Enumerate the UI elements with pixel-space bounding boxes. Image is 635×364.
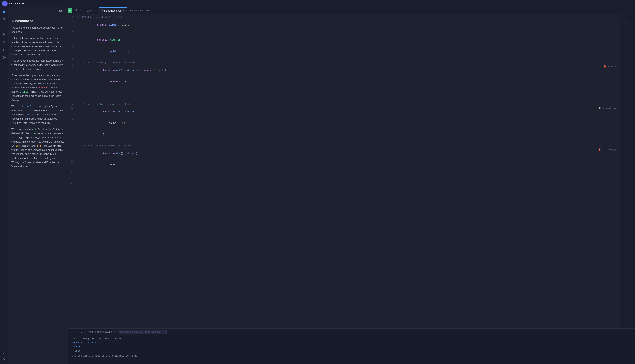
sidebar-item-verify[interactable] bbox=[1, 54, 8, 61]
zoom-in-icon[interactable] bbox=[79, 8, 83, 12]
code-line-5: 5 uint public count; bbox=[68, 46, 620, 57]
zoom-out-icon[interactable] bbox=[74, 8, 78, 12]
code-line-8: 8 function get() public view returns (ui… bbox=[68, 65, 620, 76]
console-search-input[interactable] bbox=[118, 330, 167, 334]
code-public: public bbox=[25, 105, 35, 108]
svg-marker-7 bbox=[3, 41, 6, 43]
code-contract: contract bbox=[38, 86, 51, 90]
tab-introduction-label: introduction.sol bbox=[104, 9, 120, 12]
code-line-7: 7 // Function to get the current count bbox=[68, 61, 620, 65]
tab-introduction[interactable]: introduction.sol ✕ bbox=[99, 7, 127, 14]
console-collapse-button[interactable]: ⬇ bbox=[70, 330, 74, 334]
lesson-para-6: We then create a get function (line 8) t… bbox=[11, 127, 65, 168]
sidebar-bottom bbox=[1, 349, 8, 362]
code-line-21: 21 } bbox=[68, 182, 620, 186]
listen-transactions-checkbox[interactable] bbox=[84, 331, 86, 333]
next-page-icon[interactable]: › bbox=[64, 10, 66, 13]
ethers-link[interactable]: ethers.js bbox=[73, 346, 86, 348]
svg-point-15 bbox=[114, 331, 116, 332]
code-get: get bbox=[31, 128, 37, 131]
code-line-13: 13 function inc() public { ⛽ infinite ga… bbox=[68, 106, 620, 118]
sidebar-item-git[interactable] bbox=[1, 31, 8, 38]
svg-point-4 bbox=[3, 34, 4, 34]
editor-with-minimap: 1 // SPDX-License-Identifier: MIT 2 prag… bbox=[68, 14, 635, 328]
console-timer-button[interactable]: ⏱ bbox=[76, 330, 80, 334]
editor-area: 1 // SPDX-License-Identifier: MIT 2 prag… bbox=[68, 14, 635, 364]
svg-point-1 bbox=[4, 4, 5, 4]
listen-transactions-label[interactable]: listen on all transactions bbox=[84, 330, 112, 333]
sidebar-item-settings[interactable] bbox=[1, 356, 8, 362]
tab-basicsyntax[interactable]: basicSyntax.sol bbox=[128, 7, 152, 14]
run-button[interactable]: ▶ bbox=[68, 8, 72, 13]
sidebar-item-deploy[interactable] bbox=[1, 39, 8, 46]
top-bar: LEARNETH ✓ › bbox=[0, 0, 635, 7]
web3-link[interactable]: web3 version 1.5.2 bbox=[73, 342, 99, 344]
sidebar-item-debug[interactable] bbox=[1, 46, 8, 53]
code-line-9: 9 return count; bbox=[68, 76, 620, 87]
console-hint: Type the library name to see available c… bbox=[70, 354, 632, 358]
hamburger-nav-icon[interactable]: ☰ bbox=[15, 9, 20, 14]
lesson-para-1: Welcome to this interactive Solidity cou… bbox=[11, 26, 65, 34]
home-nav-icon[interactable]: ⌂ bbox=[10, 9, 14, 13]
line-8-annotation: ⛽ 2459 gas bbox=[604, 65, 620, 68]
page-nav: 1/19 › bbox=[59, 10, 66, 13]
code-line-16: 16 bbox=[68, 140, 620, 144]
console-count: 0 bbox=[81, 330, 82, 333]
code-line-12: 12 // Function to increment count by 1 bbox=[68, 102, 620, 106]
app-name: LEARNETH bbox=[9, 2, 24, 5]
sidebar-item-search[interactable] bbox=[1, 24, 8, 30]
left-panel-nav: ⌂ ☰ bbox=[10, 9, 20, 14]
tab-home-label: Home bbox=[90, 9, 96, 12]
left-panel-header: ⌂ ☰ 1/19 › bbox=[8, 7, 68, 15]
listen-transactions-text: listen on all transactions bbox=[88, 330, 112, 333]
sidebar-item-learn[interactable] bbox=[1, 62, 8, 68]
lesson-para-5: With uint public count (line 5) we decla… bbox=[11, 104, 65, 125]
console-toolbar: ⬇ ⏱ 0 listen on all transactions bbox=[68, 329, 635, 336]
code-line-19: 19 count -= 1; bbox=[68, 159, 620, 170]
sidebar-item-home[interactable] bbox=[1, 9, 8, 16]
console-output: The following libraries are accessible: … bbox=[68, 336, 635, 360]
svg-rect-8 bbox=[4, 49, 5, 51]
top-bar-actions: ✓ › bbox=[624, 1, 633, 6]
left-panel: ⌂ ☰ 1/19 › 1. Introduction Welcome to th… bbox=[8, 7, 68, 364]
next-button[interactable]: › bbox=[630, 1, 633, 6]
lesson-content: 1. Introduction Welcome to this interact… bbox=[8, 15, 68, 364]
line-13-annotation: ⛽ infinite gas bbox=[599, 106, 620, 110]
tab-introduction-close[interactable]: ✕ bbox=[122, 9, 124, 12]
code-line-2: 2 pragma solidity ^0.8.3; bbox=[68, 19, 620, 30]
tab-bar: ▶ ⌂ Home bbox=[68, 7, 635, 14]
svg-rect-11 bbox=[4, 351, 5, 352]
code-uint: uint bbox=[17, 105, 24, 108]
code-line-4: 4 contract Counter { bbox=[68, 34, 620, 46]
icon-sidebar bbox=[0, 7, 8, 364]
code-line-6: 6 bbox=[68, 57, 620, 61]
sidebar-item-files[interactable] bbox=[1, 16, 8, 23]
app-logo: LEARNETH bbox=[2, 1, 24, 6]
home-tab-icon: ⌂ bbox=[87, 9, 89, 12]
main-layout: ⌂ ☰ 1/19 › 1. Introduction Welcome to th… bbox=[0, 7, 635, 364]
console-line-1: The following libraries are accessible: bbox=[70, 337, 632, 341]
console-search-icon bbox=[114, 330, 116, 334]
svg-point-9 bbox=[3, 56, 6, 59]
right-panel: ▶ ⌂ Home bbox=[68, 7, 635, 364]
console-prompt: > bbox=[68, 360, 635, 364]
lesson-title: 1. Introduction bbox=[11, 18, 65, 24]
console-search bbox=[114, 330, 167, 334]
svg-rect-10 bbox=[3, 352, 4, 354]
code-editor[interactable]: 1 // SPDX-License-Identifier: MIT 2 prag… bbox=[68, 14, 620, 328]
lesson-para-2: In this first section, we will give you … bbox=[11, 36, 65, 56]
page-indicator: 1/19 bbox=[59, 10, 64, 13]
check-button[interactable]: ✓ bbox=[624, 1, 628, 6]
console-line-2: · web3 version 1.5.2 bbox=[70, 341, 632, 345]
lesson-para-4: If we look at the top of the contract, w… bbox=[11, 73, 65, 102]
code-counter: Counter bbox=[19, 90, 30, 94]
sidebar-item-plugin[interactable] bbox=[1, 349, 8, 356]
code-line-17: 17 // Function to decrement count by 1 bbox=[68, 144, 620, 148]
console-area: ⬇ ⏱ 0 listen on all transactions bbox=[68, 328, 635, 364]
code-view: view bbox=[30, 132, 37, 135]
code-line-18: 18 function dec() public { ⛽ infinite ga… bbox=[68, 148, 620, 159]
tab-basicsyntax-dot bbox=[130, 10, 131, 11]
tab-home[interactable]: ⌂ Home bbox=[84, 7, 99, 14]
minimap-content: // SPDX-License-Identifier: MIT pragma s… bbox=[620, 14, 635, 37]
code-uint2: uint bbox=[51, 109, 58, 112]
